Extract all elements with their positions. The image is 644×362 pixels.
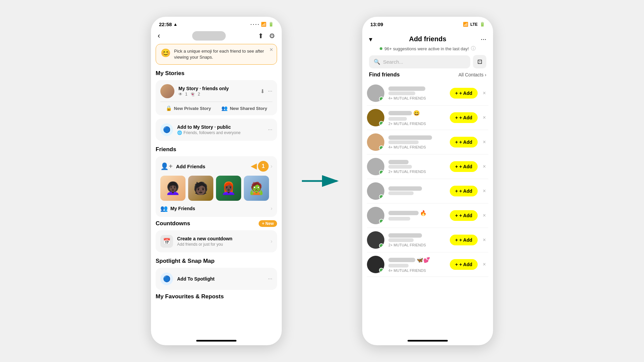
add-button-8[interactable]: + + Add [450, 259, 478, 270]
friend-username-bar-6 [388, 217, 410, 221]
friend-avatar-7 [367, 231, 384, 249]
friend-avatar-5 [367, 182, 384, 200]
friend-name-bar-3 [388, 135, 432, 140]
search-row: 🔍 Search... ⊡ [369, 55, 486, 68]
friends-badge: 1 [258, 161, 269, 172]
private-story-label: New Private Story [174, 106, 211, 111]
spotlight-info: Add To Spotlight [177, 276, 264, 282]
friend-name-row-8: 🦋💕 [388, 257, 446, 263]
friend-username-bar-2 [388, 117, 407, 121]
add-icon-5: + [455, 188, 458, 194]
add-icon-4: + [455, 164, 458, 169]
countdown-header: Countdowns + New [156, 220, 277, 227]
download-icon[interactable]: ⬇ [260, 88, 265, 95]
friend-item-1: 4+ MUTUAL FRIENDS + + Add × [367, 81, 488, 106]
dismiss-button-4[interactable]: × [480, 163, 488, 171]
chevron-right-icon: › [271, 163, 272, 169]
friend-info-8: 🦋💕 4+ MUTUAL FRIENDS [388, 257, 446, 273]
story-avatar [160, 84, 174, 98]
friend-info-7: 2+ MUTUAL FRIENDS [388, 233, 446, 247]
add-button-4[interactable]: + + Add [450, 161, 478, 172]
settings-icon[interactable]: ⚙ [269, 32, 275, 40]
public-more-icon[interactable]: ··· [268, 127, 272, 133]
signal-icon: 📶 [463, 22, 468, 27]
left-phone: 22:58 ▲ · · · · 📶 🔋 ‹ ⬆ ⚙ 😊 Pick a uniqu… [151, 17, 282, 345]
add-label-5: + Add [459, 188, 472, 194]
badge-arrow-wrapper: ◀ 1 › [251, 161, 272, 172]
add-friends-header: ▾ Add friends ··· 96+ suggestions were a… [362, 30, 493, 81]
qr-button[interactable]: ⊡ [473, 55, 486, 68]
header-bar-left: ‹ ⬆ ⚙ [151, 30, 282, 44]
dismiss-button-7[interactable]: × [480, 236, 488, 244]
search-bar[interactable]: 🔍 Search... [369, 55, 470, 68]
friend-username-bar-1 [388, 92, 415, 95]
bitmoji-3: 👩🏿‍🦰 [216, 176, 241, 201]
friend-name-row-5 [388, 186, 446, 191]
countdowns-heading: Countdowns [156, 220, 190, 227]
status-bar-right: 13:09 📶 LTE 🔋 [362, 17, 493, 30]
friend-mutual-2: 2+ MUTUAL FRIENDS [388, 122, 446, 126]
friend-info-2: 😄 2+ MUTUAL FRIENDS [388, 110, 446, 126]
bitmoji-1: 👩🏿‍🦱 [160, 176, 185, 201]
new-private-story-button[interactable]: 🔒 New Private Story [166, 105, 211, 111]
add-icon-1: + [455, 90, 458, 96]
dismiss-button-3[interactable]: × [480, 138, 488, 146]
friend-username-bar-3 [388, 140, 419, 144]
search-placeholder: Search... [383, 59, 403, 65]
add-icon-8: + [455, 262, 458, 267]
promo-emoji-icon: 😊 [161, 48, 171, 58]
back-button-left[interactable]: ‹ [158, 32, 160, 40]
add-button-6[interactable]: + + Add [450, 210, 478, 221]
af-title-row: ▾ Add friends ··· [369, 33, 486, 44]
dismiss-button-6[interactable]: × [480, 212, 488, 220]
friend-info-5 [388, 186, 446, 196]
public-story-card[interactable]: 🔵 Add to My Story · public 🌐 Friends, fo… [156, 119, 277, 141]
more-icon[interactable]: ··· [268, 88, 272, 94]
friend-avatar-3 [367, 133, 384, 151]
add-button-1[interactable]: + + Add [450, 88, 478, 99]
add-icon-2: + [455, 115, 458, 120]
my-friends-label: My Friends [170, 206, 195, 211]
spotlight-more-icon[interactable]: ··· [268, 276, 272, 282]
friend-item-6: 🔥 + + Add × [367, 203, 488, 228]
friend-name-bar-5 [388, 186, 422, 191]
af-chevron-icon[interactable]: ▾ [369, 35, 372, 43]
friend-actions-7: + + Add × [450, 235, 488, 245]
find-friends-row: Find friends All Contacts › [369, 72, 486, 78]
my-friends-row[interactable]: 👥 My Friends › [160, 202, 272, 212]
add-button-2[interactable]: + + Add [450, 112, 478, 123]
add-button-5[interactable]: + + Add [450, 186, 478, 196]
countdown-card[interactable]: 📅 Create a new countdown Add friends or … [156, 230, 277, 252]
upload-icon[interactable]: ⬆ [258, 32, 264, 40]
add-button-3[interactable]: + + Add [450, 137, 478, 147]
dots-icon: · · · · [251, 22, 259, 27]
promo-close-icon[interactable]: ✕ [269, 47, 273, 52]
scroll-content-left: 😊 Pick a unique emoji for each friend to… [151, 44, 282, 336]
friend-info-3: 4+ MUTUAL FRIENDS [388, 135, 446, 149]
dismiss-button-2[interactable]: × [480, 114, 488, 122]
right-phone: 13:09 📶 LTE 🔋 ▾ Add friends ··· 96+ sugg… [362, 17, 493, 345]
af-more-icon[interactable]: ··· [481, 35, 486, 43]
add-button-7[interactable]: + + Add [450, 235, 478, 245]
new-shared-story-button[interactable]: 👥 New Shared Story [221, 105, 267, 111]
friend-name-bar-2 [388, 111, 412, 115]
friend-name-bar-4 [388, 160, 409, 164]
af-title: Add friends [409, 35, 446, 43]
friend-name-row-3 [388, 135, 446, 140]
friend-name-bar-7 [388, 233, 422, 238]
friend-avatar-6 [367, 207, 384, 224]
friends-heading: Friends [156, 146, 277, 153]
countdown-info: Create a new countdown Add friends or ju… [177, 236, 267, 247]
public-story-subtitle: 🌐 Friends, followers and everyone [177, 130, 264, 135]
spotlight-card[interactable]: 🔵 Add To Spotlight ··· [156, 268, 277, 290]
add-friends-row[interactable]: 👤+ Add Friends ◀ 1 › [160, 161, 272, 172]
friend-mutual-3: 4+ MUTUAL FRIENDS [388, 145, 446, 149]
dismiss-button-5[interactable]: × [480, 187, 488, 195]
add-label-6: + Add [459, 213, 472, 218]
dismiss-button-8[interactable]: × [480, 260, 488, 268]
transition-arrow [302, 171, 342, 191]
all-contacts-link[interactable]: All Contacts › [459, 72, 486, 77]
spotlight-heading: Spotlight & Snap Map [156, 258, 277, 264]
dismiss-button-1[interactable]: × [480, 89, 488, 97]
new-badge[interactable]: + New [259, 220, 277, 227]
